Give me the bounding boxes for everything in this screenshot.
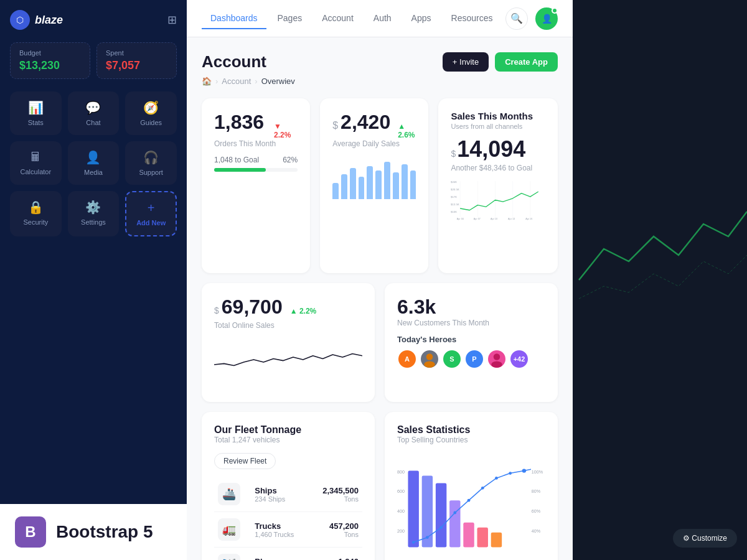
sidebar-item-stats[interactable]: 📊 Stats xyxy=(10,91,62,135)
create-app-button[interactable]: Create App xyxy=(495,52,558,72)
currency-prefix: $ xyxy=(332,120,338,131)
svg-point-40 xyxy=(495,477,498,480)
svg-text:$24K: $24K xyxy=(451,180,457,184)
hero-avatar-2 xyxy=(420,349,439,369)
svg-point-17 xyxy=(494,353,500,360)
nav-link-auth[interactable]: Auth xyxy=(365,8,400,29)
sidebar-item-guides[interactable]: 🧭 Guides xyxy=(125,91,177,135)
media-icon: 👤 xyxy=(85,150,101,165)
total-sales-card: $ 69,700 ▲ 2.2% Total Online Sales xyxy=(202,283,375,402)
sidebar-item-label: Stats xyxy=(28,119,44,126)
bootstrap-badge: B Bootstrap 5 xyxy=(0,504,187,560)
truck-unit: Tons xyxy=(312,531,359,538)
svg-text:Apr 16: Apr 16 xyxy=(526,218,533,220)
bar-2 xyxy=(341,174,347,199)
stats-icon: 📊 xyxy=(28,100,44,115)
fleet-subtitle: Total 1,247 vehicles xyxy=(214,436,362,444)
nav-link-account[interactable]: Account xyxy=(313,8,362,29)
svg-text:$17K: $17K xyxy=(451,195,457,198)
svg-text:60%: 60% xyxy=(532,509,541,514)
hero-avatar-5 xyxy=(487,349,507,369)
menu-icon[interactable]: ⊞ xyxy=(167,13,177,27)
customers-value: 6.3k xyxy=(397,296,436,318)
user-avatar[interactable]: 👤 xyxy=(535,7,558,30)
sidebar-item-support[interactable]: 🎧 Support xyxy=(125,141,177,185)
progress-bar-fill xyxy=(214,168,266,172)
svg-text:$20.5K: $20.5K xyxy=(451,188,459,191)
svg-point-41 xyxy=(509,472,512,475)
progress-bar-bg xyxy=(214,168,298,172)
add-new-button[interactable]: + Add New xyxy=(125,191,177,236)
heroes-section: Today's Heroes A S P +42 xyxy=(397,335,545,369)
svg-text:40%: 40% xyxy=(532,529,541,534)
svg-rect-27 xyxy=(463,523,474,548)
breadcrumb-account: Account xyxy=(222,77,251,86)
nav-link-resources[interactable]: Resources xyxy=(443,8,502,29)
orders-value: 1,836 xyxy=(214,111,264,134)
sales-month-title: Sales This Months xyxy=(451,111,545,121)
guides-icon: 🧭 xyxy=(143,100,159,115)
content-area: Account + Invite Create App 🏠 › Account … xyxy=(187,37,573,560)
orders-label: Orders This Month xyxy=(214,139,298,148)
budget-card: Budget $13,230 xyxy=(10,42,90,79)
hero-avatar-3: S xyxy=(442,349,462,369)
bar-7 xyxy=(384,162,390,199)
customize-button[interactable]: ⚙ Customize xyxy=(673,529,737,548)
bar-4 xyxy=(359,177,365,199)
plane-icon: ✈️ xyxy=(218,554,240,560)
hero-avatar-count: +42 xyxy=(509,349,529,369)
svg-rect-29 xyxy=(491,533,502,548)
bar-5 xyxy=(367,166,373,199)
svg-point-35 xyxy=(426,536,429,539)
orders-card: 1,836 ▼ 2.2% Orders This Month 1,048 to … xyxy=(202,98,310,273)
ship-value: 2,345,500 xyxy=(312,486,359,495)
svg-point-36 xyxy=(439,526,443,529)
svg-text:$10K: $10K xyxy=(451,210,457,213)
hero-avatar-4: P xyxy=(464,349,484,369)
svg-point-15 xyxy=(426,353,433,360)
svg-rect-26 xyxy=(449,500,460,547)
ship-icon: 🚢 xyxy=(218,483,240,505)
line-chart: $24K $20.5K $17K $13.5K $10K Apr 04 Apr … xyxy=(451,180,545,261)
security-icon: 🔒 xyxy=(28,200,44,215)
sidebar-item-security[interactable]: 🔒 Security xyxy=(10,191,62,236)
sidebar-item-settings[interactable]: ⚙️ Settings xyxy=(68,191,120,236)
review-fleet-button[interactable]: Review Fleet xyxy=(214,453,276,469)
content-header: Account + Invite Create App xyxy=(202,52,558,72)
hero-avatar-1: A xyxy=(397,349,417,369)
svg-text:400: 400 xyxy=(397,509,405,514)
sidebar-item-chat[interactable]: 💬 Chat xyxy=(68,91,120,135)
sidebar-item-label: Media xyxy=(84,169,103,176)
sidebar-item-label: Chat xyxy=(86,119,100,126)
nav-link-dashboards[interactable]: Dashboards xyxy=(202,8,266,29)
calculator-icon: 🖩 xyxy=(29,150,42,164)
svg-text:Apr 04: Apr 04 xyxy=(457,218,464,220)
sidebar-item-media[interactable]: 👤 Media xyxy=(68,141,120,185)
search-button[interactable]: 🔍 xyxy=(505,7,528,30)
customers-label: New Customers This Month xyxy=(397,319,545,327)
breadcrumb: 🏠 › Account › Overwiev xyxy=(202,77,558,86)
invite-button[interactable]: + Invite xyxy=(443,52,489,72)
svg-point-42 xyxy=(522,469,526,472)
sales-stats-chart: 800 600 400 200 100% 80% 60% 40 xyxy=(397,450,545,560)
heroes-title: Today's Heroes xyxy=(397,335,545,344)
sales-svg: $24K $20.5K $17K $13.5K $10K Apr 04 Apr … xyxy=(451,180,545,220)
bar-9 xyxy=(402,164,408,199)
table-row: 🚛 Trucks 1,460 Trucks 457,200 Tons xyxy=(214,512,362,548)
nav-links: Dashboards Pages Account Auth Apps Resou… xyxy=(202,8,501,29)
nav-link-apps[interactable]: Apps xyxy=(403,8,440,29)
sales-month-subtitle: Users from all channels xyxy=(451,123,545,130)
svg-text:100%: 100% xyxy=(532,470,543,475)
svg-text:Apr 10: Apr 10 xyxy=(491,218,497,220)
plane-name: Planes xyxy=(255,557,305,561)
svg-text:80%: 80% xyxy=(532,489,541,494)
top-nav-right: 🔍 👤 xyxy=(505,7,558,30)
budget-row: Budget $13,230 Spent $7,057 xyxy=(10,42,177,79)
nav-link-pages[interactable]: Pages xyxy=(269,8,311,29)
truck-sub: 1,460 Trucks xyxy=(255,531,305,538)
svg-point-39 xyxy=(481,487,484,490)
svg-rect-28 xyxy=(477,528,488,548)
sidebar-item-calculator[interactable]: 🖩 Calculator xyxy=(10,141,62,185)
settings-icon: ⚙️ xyxy=(85,200,101,215)
goal-text: 1,048 to Goal xyxy=(214,156,259,164)
